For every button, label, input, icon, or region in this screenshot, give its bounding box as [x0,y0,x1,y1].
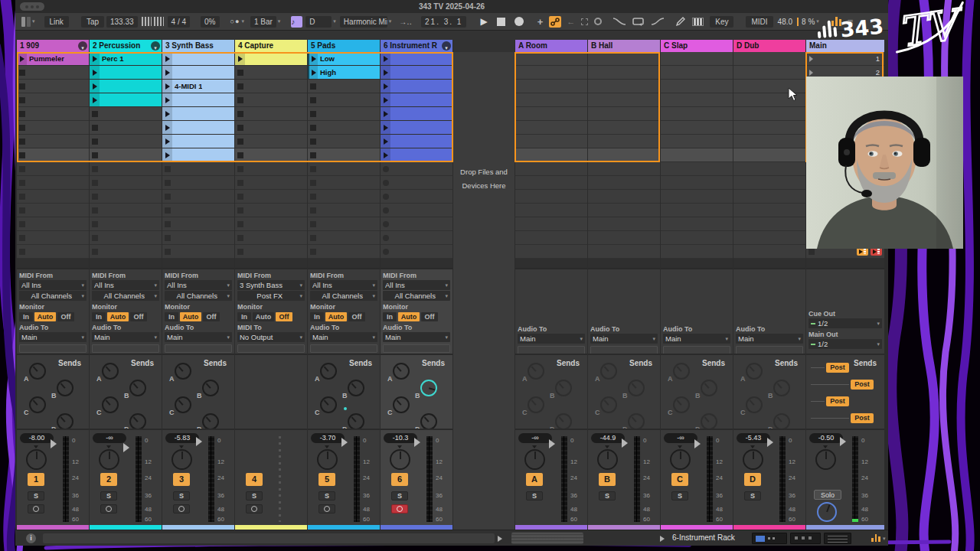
empty-clip-slot[interactable] [661,217,733,231]
pan-knob[interactable] [26,449,47,470]
input-type-select[interactable]: All Ins▾ [92,280,159,290]
track-activator-button[interactable]: 5 [318,473,335,486]
device-thumbnail[interactable] [824,533,851,544]
clip-stop-slot[interactable] [308,135,380,148]
empty-clip-slot[interactable] [733,245,805,259]
clip-stop-slot[interactable] [17,148,89,162]
send-a-knob[interactable] [393,363,410,380]
monitor-auto-button[interactable]: Auto [253,312,274,321]
track-activator-button[interactable]: 1 [28,473,44,486]
clip-stop-slot[interactable] [235,162,307,176]
send-c-knob[interactable] [528,396,544,413]
clip-stop-slot[interactable] [308,245,380,259]
monitor-in-button[interactable]: In [19,312,33,321]
clip-stop-slot[interactable] [308,148,380,162]
device-chain-toggle-icon[interactable] [660,536,665,542]
send-c-knob[interactable] [29,396,46,413]
clip-slot[interactable] [381,93,452,107]
clip-launch-button[interactable] [17,52,27,65]
monitor-off-button[interactable]: Off [421,312,438,321]
empty-clip-slot[interactable] [733,148,805,162]
track-header[interactable]: 2 Percussion▾ [90,40,162,52]
clip-stop-slot[interactable] [235,190,307,204]
clip-stop-slot[interactable] [308,204,380,217]
input-channel-select[interactable]: All Channels▾ [165,291,232,301]
clip-slot[interactable] [90,80,162,93]
clip-stop-slot[interactable] [162,245,234,259]
volume-fader-handle[interactable] [341,438,348,447]
track-header[interactable]: 1 909▾ [17,40,89,52]
arm-button[interactable] [318,504,335,514]
send-d-knob[interactable] [348,413,364,430]
clip-launch-button[interactable] [381,52,390,65]
output-type-select[interactable]: Main▾ [310,332,377,342]
empty-clip-slot[interactable] [733,162,805,176]
clip-stop-slot[interactable] [17,121,89,135]
empty-clip-slot[interactable] [733,66,805,80]
stop-all-clips-button[interactable] [808,249,815,255]
stop-clip-icon[interactable] [237,207,243,214]
track-menu-icon[interactable]: ▾ [78,41,87,51]
clip-launch-button[interactable] [90,66,100,79]
send-a-knob[interactable] [746,363,763,380]
clip-slot[interactable] [235,52,307,66]
record-slot-icon[interactable] [383,249,389,255]
track-menu-icon[interactable]: ▾ [442,41,451,51]
empty-clip-slot[interactable] [661,190,733,204]
solo-button[interactable]: S [671,491,688,500]
empty-clip-slot[interactable] [515,245,587,259]
solo-button[interactable]: S [599,491,616,500]
volume-fader-handle[interactable] [123,443,129,452]
monitor-auto-button[interactable]: Auto [398,312,420,321]
window-layout-icon[interactable] [21,17,31,27]
clip-launch-button[interactable] [90,93,100,106]
stop-clip-icon[interactable] [19,249,25,255]
volume-display[interactable]: -∞ [664,433,697,443]
clip-stop-slot[interactable] [235,231,307,245]
output-type-select[interactable]: Main▾ [663,334,730,344]
clip-stop-slot[interactable] [17,190,89,204]
record-slot-icon[interactable] [383,207,389,214]
empty-clip-slot[interactable] [661,93,733,107]
clip-stop-slot[interactable] [162,231,234,245]
empty-clip-slot[interactable] [515,176,587,190]
clip-slot[interactable] [90,66,162,80]
play-button[interactable]: ▶ [480,16,487,27]
clip-stop-slot[interactable] [235,80,307,93]
empty-clip-slot[interactable] [733,231,805,245]
empty-clip-slot[interactable] [661,135,733,148]
track-activator-button[interactable]: D [744,473,761,486]
quantization-menu[interactable]: 1 Bar [250,16,276,28]
send-a-knob[interactable] [29,363,46,380]
pan-knob[interactable] [390,449,410,470]
stop-clip-icon[interactable] [237,249,243,255]
device-view-toggle-icon[interactable] [871,534,880,542]
send-d-knob[interactable] [420,413,437,430]
stop-clip-icon[interactable] [92,221,98,227]
volume-fader-handle[interactable] [414,438,420,447]
menu-icon[interactable]: ≡ [848,16,854,28]
stop-clip-icon[interactable] [19,139,25,145]
clip-launch-button[interactable] [381,135,390,148]
empty-clip-slot[interactable] [733,190,805,204]
empty-clip-slot[interactable] [661,204,733,217]
clip-stop-slot[interactable] [90,176,162,190]
send-b-knob[interactable] [420,380,437,396]
stop-clip-icon[interactable] [237,139,243,145]
capture-midi-button[interactable]: + [537,16,544,28]
empty-clip-slot[interactable] [661,121,733,135]
clip-stop-slot[interactable] [90,204,162,217]
arm-button[interactable] [246,504,263,514]
stop-clip-icon[interactable] [237,235,243,241]
clip-launch-button[interactable] [162,80,172,93]
stop-clip-icon[interactable] [92,207,98,214]
clip-stop-slot[interactable] [17,66,89,80]
track-header[interactable]: 3 Synth Bass [162,40,234,52]
clip-stop-slot[interactable] [17,93,89,107]
solo-button[interactable]: S [246,491,263,500]
record-slot-icon[interactable] [383,221,389,227]
stop-clip-icon[interactable] [310,97,316,103]
send-d-knob[interactable] [129,413,146,430]
fade-curve-icon[interactable] [612,17,626,26]
send-d-knob[interactable] [555,413,572,430]
